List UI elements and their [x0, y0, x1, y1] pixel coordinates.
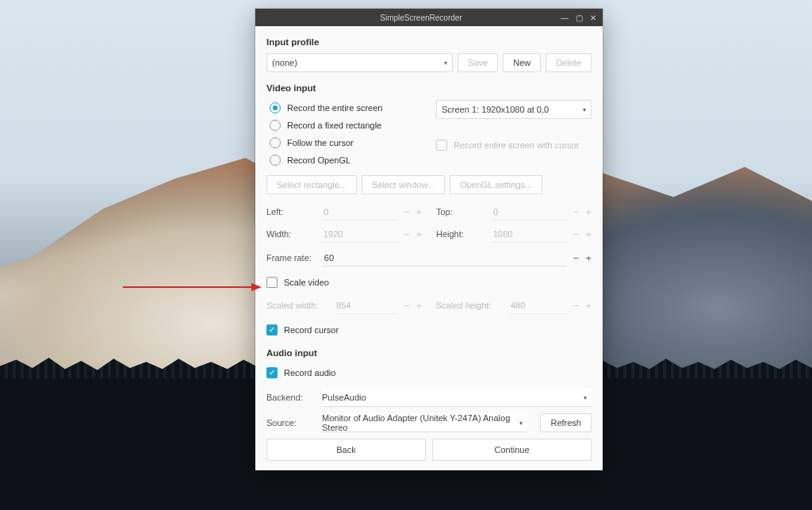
plus-icon[interactable]: +	[416, 301, 422, 311]
frame-rate-field[interactable]: 60	[323, 249, 567, 267]
refresh-button[interactable]: Refresh	[540, 413, 592, 432]
footer: Back Continue	[255, 432, 603, 470]
check-scale-video[interactable]	[266, 277, 278, 288]
radio-entire-screen[interactable]	[270, 102, 281, 113]
input-profile-value: (none)	[272, 58, 297, 67]
section-input-profile: Input profile	[266, 37, 592, 47]
width-label: Width:	[266, 229, 316, 239]
check-record-cursor[interactable]	[266, 324, 278, 336]
screen-dropdown[interactable]: Screen 1: 1920x1080 at 0,0 ▾	[436, 100, 592, 119]
backend-dropdown[interactable]: PulseAudio ▾	[322, 388, 592, 407]
minus-icon[interactable]: −	[573, 207, 580, 217]
backend-value: PulseAudio	[322, 393, 366, 402]
radio-opengl[interactable]	[270, 155, 281, 166]
label-record-audio: Record audio	[284, 368, 335, 378]
scaled-height-stepper[interactable]: −+	[573, 301, 592, 311]
continue-button[interactable]: Continue	[432, 439, 592, 461]
frame-rate-label: Frame rate:	[266, 253, 312, 263]
frame-rate-stepper[interactable]: −+	[573, 253, 592, 263]
plus-icon[interactable]: +	[416, 207, 422, 217]
chevron-down-icon: ▾	[444, 59, 447, 67]
minus-icon[interactable]: −	[573, 301, 580, 311]
width-stepper[interactable]: −+	[404, 229, 422, 240]
label-follow-cursor: Follow the cursor	[287, 138, 354, 148]
top-label: Top:	[436, 207, 485, 217]
label-fixed-rectangle: Record a fixed rectangle	[287, 121, 381, 130]
titlebar: SimpleScreenRecorder — ▢ ✕	[255, 9, 603, 26]
width-field[interactable]: 1920	[322, 225, 397, 243]
left-label: Left:	[266, 207, 316, 217]
plus-icon[interactable]: +	[416, 229, 422, 240]
minus-icon[interactable]: −	[404, 229, 410, 240]
check-record-audio[interactable]	[266, 367, 278, 378]
close-icon[interactable]: ✕	[587, 11, 599, 24]
minus-icon[interactable]: −	[573, 253, 580, 263]
plus-icon[interactable]: +	[585, 253, 592, 263]
minimize-icon[interactable]: —	[558, 11, 571, 24]
scaled-width-field[interactable]: 854	[335, 297, 397, 314]
plus-icon[interactable]: +	[585, 229, 592, 240]
window-title: SimpleScreenRecorder	[284, 13, 558, 22]
label-record-cursor: Record cursor	[284, 325, 339, 335]
maximize-icon[interactable]: ▢	[573, 11, 585, 24]
minus-icon[interactable]: −	[404, 207, 410, 217]
scaled-height-field[interactable]: 480	[509, 297, 567, 314]
backend-label: Backend:	[266, 393, 316, 402]
check-entire-with-cursor	[436, 140, 447, 151]
chevron-down-icon: ▾	[583, 106, 586, 113]
left-field[interactable]: 0	[322, 203, 397, 220]
app-window: SimpleScreenRecorder — ▢ ✕ Input profile…	[255, 9, 603, 470]
label-entire-screen: Record the entire screen	[287, 103, 382, 113]
radio-fixed-rectangle[interactable]	[270, 120, 281, 131]
select-window-button[interactable]: Select window...	[362, 175, 445, 194]
minus-icon[interactable]: −	[404, 301, 410, 311]
scaled-height-label: Scaled height:	[436, 301, 503, 310]
left-stepper[interactable]: −+	[404, 207, 422, 217]
chevron-down-icon: ▾	[584, 393, 587, 401]
input-profile-dropdown[interactable]: (none) ▾	[266, 53, 453, 72]
minus-icon[interactable]: −	[573, 229, 580, 240]
save-button[interactable]: Save	[458, 53, 498, 72]
select-rectangle-button[interactable]: Select rectangle...	[266, 175, 357, 194]
scaled-width-stepper[interactable]: −+	[404, 301, 422, 311]
plus-icon[interactable]: +	[585, 301, 592, 311]
top-field[interactable]: 0	[492, 203, 567, 220]
height-label: Height:	[436, 229, 485, 239]
annotation-arrow	[123, 281, 262, 290]
plus-icon[interactable]: +	[585, 207, 592, 217]
source-dropdown[interactable]: Monitor of Audio Adapter (Unitek Y-247A)…	[322, 413, 527, 432]
top-stepper[interactable]: −+	[573, 207, 592, 217]
screen-value: Screen 1: 1920x1080 at 0,0	[442, 105, 549, 114]
source-value: Monitor of Audio Adapter (Unitek Y-247A)…	[322, 413, 523, 432]
scaled-width-label: Scaled width:	[266, 301, 328, 310]
label-opengl: Record OpenGL	[287, 155, 350, 165]
radio-follow-cursor[interactable]	[270, 137, 281, 148]
source-label: Source:	[266, 418, 316, 428]
chevron-down-icon: ▾	[519, 419, 523, 426]
section-audio-input: Audio input	[266, 348, 592, 358]
height-field[interactable]: 1080	[492, 225, 567, 243]
height-stepper[interactable]: −+	[573, 229, 592, 240]
section-video-input: Video input	[266, 83, 592, 93]
back-button[interactable]: Back	[266, 439, 426, 461]
opengl-settings-button[interactable]: OpenGL settings...	[450, 175, 542, 194]
new-button[interactable]: New	[503, 53, 541, 72]
label-entire-with-cursor: Record entire screen with cursor	[454, 140, 579, 150]
label-scale-video: Scale video	[284, 278, 329, 287]
delete-button[interactable]: Delete	[546, 53, 592, 72]
